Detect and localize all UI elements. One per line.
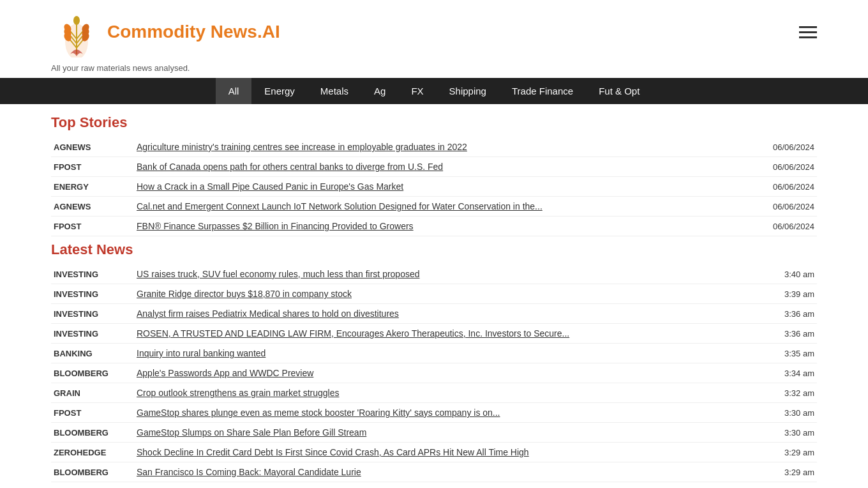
source-link[interactable]: FPOST bbox=[54, 222, 81, 231]
nav-item-fx[interactable]: FX bbox=[398, 78, 436, 104]
table-row: ENERGY How a Crack in a Small Pipe Cause… bbox=[51, 177, 817, 197]
logo-area: Commodity News.AI bbox=[51, 6, 280, 57]
time-cell: 3:30 am bbox=[747, 403, 817, 423]
source-cell: AGNEWS bbox=[51, 197, 134, 217]
source-link[interactable]: INVESTING bbox=[54, 329, 98, 339]
source-link[interactable]: AGNEWS bbox=[54, 142, 91, 152]
date-cell: 06/06/2024 bbox=[747, 157, 817, 177]
time-cell: 3:30 am bbox=[747, 423, 817, 443]
source-link[interactable]: BANKING bbox=[54, 349, 93, 358]
source-cell: INVESTING bbox=[51, 284, 134, 304]
nav-item-fut-opt[interactable]: Fut & Opt bbox=[586, 78, 652, 104]
table-row: AGNEWS Cal.net and Emergent Connext Laun… bbox=[51, 197, 817, 217]
date-cell: 06/06/2024 bbox=[747, 137, 817, 157]
source-link[interactable]: BLOOMBERG bbox=[54, 468, 108, 477]
source-cell: FPOST bbox=[51, 157, 134, 177]
latest-news-title: Latest News bbox=[51, 241, 817, 258]
table-row: INVESTING ROSEN, A TRUSTED AND LEADING L… bbox=[51, 324, 817, 344]
headline-link[interactable]: GameStop shares plunge even as meme stoc… bbox=[137, 408, 500, 418]
top-stories-title: Top Stories bbox=[51, 114, 817, 131]
headline-cell: GameStop Slumps on Share Sale Plan Befor… bbox=[134, 423, 747, 443]
time-cell: 3:36 am bbox=[747, 324, 817, 344]
source-link[interactable]: INVESTING bbox=[54, 270, 98, 279]
headline-cell: Cal.net and Emergent Connext Launch IoT … bbox=[134, 197, 747, 217]
headline-link[interactable]: ROSEN, A TRUSTED AND LEADING LAW FIRM, E… bbox=[137, 328, 569, 339]
headline-cell: Bank of Canada opens path for others cen… bbox=[134, 157, 747, 177]
source-link[interactable]: BLOOMBERG bbox=[54, 369, 108, 378]
source-cell: AGNEWS bbox=[51, 137, 134, 157]
headline-link[interactable]: FBN® Finance Surpasses $2 Billion in Fin… bbox=[137, 221, 414, 231]
source-link[interactable]: GRAIN bbox=[54, 388, 80, 398]
header: Commodity News.AI bbox=[51, 0, 817, 61]
table-row: ZEROHEDGE Shock Decline In Credit Card D… bbox=[51, 443, 817, 462]
latest-news-table: INVESTING US raises truck, SUV fuel econ… bbox=[51, 264, 817, 488]
headline-cell: US raises truck, SUV fuel economy rules,… bbox=[134, 264, 747, 284]
headline-link[interactable]: Apple's Passwords App and WWDC Preview bbox=[137, 368, 313, 378]
content: Top Stories AGNEWS Agriculture ministry'… bbox=[51, 104, 817, 488]
headline-link[interactable]: Granite Ridge director buys $18,870 in c… bbox=[137, 289, 352, 299]
time-cell: 3:34 am bbox=[747, 363, 817, 383]
headline-link[interactable]: Agriculture ministry's training centres … bbox=[137, 142, 467, 152]
nav-item-metals[interactable]: Metals bbox=[308, 78, 361, 104]
headline-cell: Agriculture ministry's training centres … bbox=[134, 137, 747, 157]
source-cell: ZEROHEDGE bbox=[51, 443, 134, 462]
nav-item-energy[interactable]: Energy bbox=[251, 78, 308, 104]
time-cell: 3:35 am bbox=[747, 344, 817, 363]
headline-cell: ROSEN, A TRUSTED AND LEADING LAW FIRM, E… bbox=[134, 324, 747, 344]
nav-item-trade-finance[interactable]: Trade Finance bbox=[499, 78, 586, 104]
source-link[interactable]: ENERGY bbox=[54, 182, 89, 192]
headline-link[interactable]: Bank of Canada opens path for others cen… bbox=[137, 162, 443, 172]
source-cell: GRAIN bbox=[51, 383, 134, 403]
table-row: AGNEWS Agriculture ministry's training c… bbox=[51, 137, 817, 157]
source-cell: INVESTING bbox=[51, 304, 134, 324]
table-row: BLOOMBERG GameStop Slumps on Share Sale … bbox=[51, 423, 817, 443]
hamburger-menu-icon[interactable] bbox=[799, 26, 817, 38]
headline-cell: Crop outlook strengthens as grain market… bbox=[134, 383, 747, 403]
source-cell: ENERGY bbox=[51, 177, 134, 197]
table-row: INVESTING Granite Ridge director buys $1… bbox=[51, 284, 817, 304]
time-cell: 3:27 am bbox=[747, 482, 817, 489]
headline-link[interactable]: San Francisco Is Coming Back: Mayoral Ca… bbox=[137, 467, 361, 477]
table-row: INVESTING US raises truck, SUV fuel econ… bbox=[51, 264, 817, 284]
time-cell: 3:40 am bbox=[747, 264, 817, 284]
headline-link[interactable]: US raises truck, SUV fuel economy rules,… bbox=[137, 269, 420, 279]
nav-item-shipping[interactable]: Shipping bbox=[437, 78, 499, 104]
source-cell: FPOST bbox=[51, 217, 134, 236]
logo-icon bbox=[51, 6, 102, 57]
source-cell: BANKING bbox=[51, 344, 134, 363]
source-link[interactable]: BLOOMBERG bbox=[54, 428, 108, 438]
headline-link[interactable]: GameStop Slumps on Share Sale Plan Befor… bbox=[137, 427, 366, 438]
table-row: INVESTING Analyst firm raises Pediatrix … bbox=[51, 304, 817, 324]
source-link[interactable]: ZEROHEDGE bbox=[54, 448, 106, 457]
date-cell: 06/06/2024 bbox=[747, 217, 817, 236]
nav-item-all[interactable]: All bbox=[216, 78, 252, 104]
source-cell: FPOST bbox=[51, 403, 134, 423]
source-link[interactable]: FPOST bbox=[54, 162, 81, 172]
tagline: All your raw materials news analysed. bbox=[51, 61, 817, 78]
headline-cell: FBN® Finance Surpasses $2 Billion in Fin… bbox=[134, 217, 747, 236]
headline-link[interactable]: Cal.net and Emergent Connext Launch IoT … bbox=[137, 201, 542, 211]
headline-cell: Apple's Passwords App and WWDC Preview bbox=[134, 363, 747, 383]
headline-cell: Bloomberg Talks: Daniel Lurie (Podcast) bbox=[134, 482, 747, 489]
nav-item-ag[interactable]: Ag bbox=[361, 78, 398, 104]
headline-link[interactable]: Analyst firm raises Pediatrix Medical sh… bbox=[137, 309, 399, 319]
table-row: BLOOMBERG Apple's Passwords App and WWDC… bbox=[51, 363, 817, 383]
table-row: BLOOMBERG Bloomberg Talks: Daniel Lurie … bbox=[51, 482, 817, 489]
date-cell: 06/06/2024 bbox=[747, 197, 817, 217]
headline-cell: GameStop shares plunge even as meme stoc… bbox=[134, 403, 747, 423]
source-link[interactable]: INVESTING bbox=[54, 309, 98, 319]
time-cell: 3:36 am bbox=[747, 304, 817, 324]
headline-link[interactable]: How a Crack in a Small Pipe Caused Panic… bbox=[137, 181, 403, 192]
headline-cell: Inquiry into rural banking wanted bbox=[134, 344, 747, 363]
source-link[interactable]: AGNEWS bbox=[54, 202, 91, 211]
headline-cell: Analyst firm raises Pediatrix Medical sh… bbox=[134, 304, 747, 324]
top-stories-table: AGNEWS Agriculture ministry's training c… bbox=[51, 137, 817, 236]
headline-link[interactable]: Crop outlook strengthens as grain market… bbox=[137, 388, 340, 398]
headline-link[interactable]: Shock Decline In Credit Card Debt Is Fir… bbox=[137, 447, 529, 457]
headline-cell: Shock Decline In Credit Card Debt Is Fir… bbox=[134, 443, 747, 462]
source-cell: BLOOMBERG bbox=[51, 423, 134, 443]
source-link[interactable]: INVESTING bbox=[54, 289, 98, 299]
headline-link[interactable]: Inquiry into rural banking wanted bbox=[137, 348, 266, 358]
source-link[interactable]: FPOST bbox=[54, 408, 81, 418]
table-row: FPOST FBN® Finance Surpasses $2 Billion … bbox=[51, 217, 817, 236]
